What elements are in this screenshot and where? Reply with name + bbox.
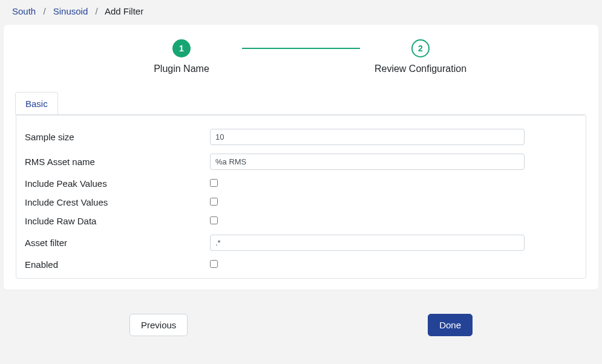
done-button[interactable]: Done [428,314,473,336]
row-enabled: Enabled [25,259,577,270]
breadcrumb-separator: / [90,6,102,16]
checkbox-include-crest-values[interactable] [210,198,218,206]
input-sample-size[interactable] [210,129,525,145]
step-number-badge: 1 [172,39,191,57]
breadcrumb-current: Add Filter [105,6,143,16]
checkbox-include-raw-data[interactable] [210,216,218,224]
label-include-crest-values: Include Crest Values [25,197,210,207]
wizard-step-plugin-name[interactable]: 1 Plugin Name [121,39,242,74]
breadcrumb: South / Sinusoid / Add Filter [0,0,602,25]
previous-button[interactable]: Previous [129,314,188,336]
step-label: Review Configuration [360,63,481,74]
input-asset-filter[interactable] [210,235,525,251]
row-include-crest-values: Include Crest Values [25,197,577,207]
input-rms-asset-name[interactable] [210,154,525,170]
row-include-raw-data: Include Raw Data [25,216,577,226]
wizard-step-review-configuration[interactable]: 2 Review Configuration [360,39,481,74]
breadcrumb-link-south[interactable]: South [12,6,36,16]
tab-basic[interactable]: Basic [15,92,58,115]
label-rms-asset-name: RMS Asset name [25,157,210,167]
label-asset-filter: Asset filter [25,238,210,248]
wizard-stepper: 1 Plugin Name 2 Review Configuration [121,39,481,74]
label-enabled: Enabled [25,259,210,270]
row-include-peak-values: Include Peak Values [25,178,577,189]
step-label: Plugin Name [121,63,242,74]
wizard-card: 1 Plugin Name 2 Review Configuration Bas… [4,25,598,290]
wizard-button-row: Previous Done [129,314,473,336]
checkbox-enabled[interactable] [210,260,218,268]
step-number-badge: 2 [411,39,430,57]
label-sample-size: Sample size [25,132,210,142]
row-rms-asset-name: RMS Asset name [25,154,577,170]
config-panel: Basic Sample size RMS Asset name In [16,91,586,279]
wizard-connector [242,48,360,49]
checkbox-include-peak-values[interactable] [210,179,218,187]
tab-body-wrapper: Sample size RMS Asset name Include Peak … [16,114,586,279]
row-sample-size: Sample size [25,129,577,145]
tab-body-basic: Sample size RMS Asset name Include Peak … [16,115,586,278]
row-asset-filter: Asset filter [25,235,577,251]
breadcrumb-link-sinusoid[interactable]: Sinusoid [53,6,88,16]
breadcrumb-separator: / [38,6,50,16]
label-include-peak-values: Include Peak Values [25,178,210,189]
label-include-raw-data: Include Raw Data [25,216,210,226]
tab-bar: Basic [16,91,586,114]
